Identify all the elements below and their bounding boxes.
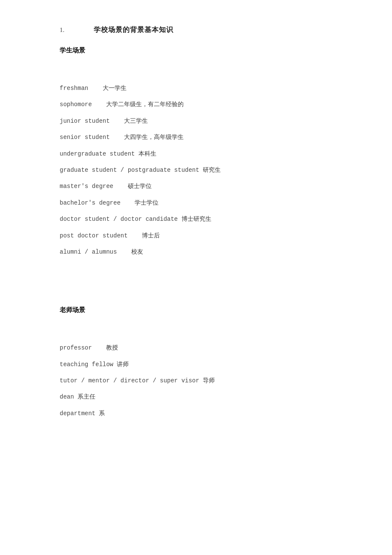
student-vocab-list: freshman 大一学生 sophomore 大学二年级生，有二年经验的 ju… (60, 84, 349, 257)
list-item: sophomore 大学二年级生，有二年经验的 (60, 100, 349, 109)
english-term: undergraduate student (60, 150, 135, 157)
list-item: master's degree 硕士学位 (60, 182, 349, 191)
english-term: senior student (60, 134, 110, 141)
chinese-meaning: 校友 (131, 249, 143, 255)
english-term: freshman (60, 85, 88, 92)
list-item: department 系 (60, 409, 349, 418)
list-item: undergraduate student 本科生 (60, 149, 349, 159)
list-item: teaching fellow 讲师 (60, 360, 349, 369)
english-term: doctor student / doctor candidate (60, 216, 178, 223)
list-item: doctor student / doctor candidate 博士研究生 (60, 214, 349, 224)
list-item: post doctor student 博士后 (60, 231, 349, 240)
chinese-meaning: 大一学生 (103, 85, 127, 91)
student-section: 学生场景 freshman 大一学生 sophomore 大学二年级生，有二年经… (60, 46, 349, 257)
chinese-meaning: 博士研究生 (182, 216, 211, 222)
english-term: alumni / alumnus (60, 249, 117, 255)
list-item: professor 教授 (60, 343, 349, 353)
section-header: 1. 学校场景的背景基本知识 (60, 26, 349, 35)
teacher-vocab-list: professor 教授 teaching fellow 讲师 tutor / … (60, 343, 349, 418)
english-term: graduate student / postgraduate student (60, 167, 199, 173)
english-term: sophomore (60, 101, 92, 108)
teacher-section: 老师场景 professor 教授 teaching fellow 讲师 tut… (60, 306, 349, 418)
english-term: department (60, 410, 95, 417)
chinese-meaning: 导师 (203, 377, 215, 384)
list-item: junior student 大三学生 (60, 116, 349, 126)
chinese-meaning: 教授 (106, 344, 118, 351)
list-item: graduate student / postgraduate student … (60, 165, 349, 175)
student-section-title: 学生场景 (60, 46, 349, 55)
chinese-meaning: 系 (99, 410, 105, 416)
teacher-section-title: 老师场景 (60, 306, 349, 314)
english-term: junior student (60, 118, 110, 124)
english-term: tutor / mentor / director / super visor (60, 377, 199, 384)
chinese-meaning: 大四学生，高年级学生 (124, 134, 184, 140)
chinese-meaning: 讲师 (117, 361, 129, 367)
section-number: 1. (60, 26, 94, 34)
english-term: master's degree (60, 183, 113, 190)
chinese-meaning: 博士后 (142, 232, 160, 239)
english-term: bachelor's degree (60, 199, 121, 206)
chinese-meaning: 大三学生 (124, 118, 148, 124)
list-item: dean 系主任 (60, 392, 349, 402)
list-item: bachelor's degree 学士学位 (60, 198, 349, 208)
list-item: tutor / mentor / director / super visor … (60, 376, 349, 385)
english-term: dean (60, 393, 74, 400)
chinese-meaning: 本科生 (138, 150, 156, 157)
chinese-meaning: 硕士学位 (128, 183, 152, 189)
chinese-meaning: 大学二年级生，有二年经验的 (106, 101, 184, 107)
english-term: professor (60, 344, 92, 351)
list-item: senior student 大四学生，高年级学生 (60, 133, 349, 142)
english-term: post doctor student (60, 232, 128, 239)
list-item: alumni / alumnus 校友 (60, 247, 349, 257)
chinese-meaning: 系主任 (78, 393, 95, 400)
list-item: freshman 大一学生 (60, 84, 349, 93)
section-title: 学校场景的背景基本知识 (94, 26, 173, 35)
english-term: teaching fellow (60, 361, 113, 368)
chinese-meaning: 研究生 (203, 167, 221, 173)
chinese-meaning: 学士学位 (135, 199, 159, 206)
